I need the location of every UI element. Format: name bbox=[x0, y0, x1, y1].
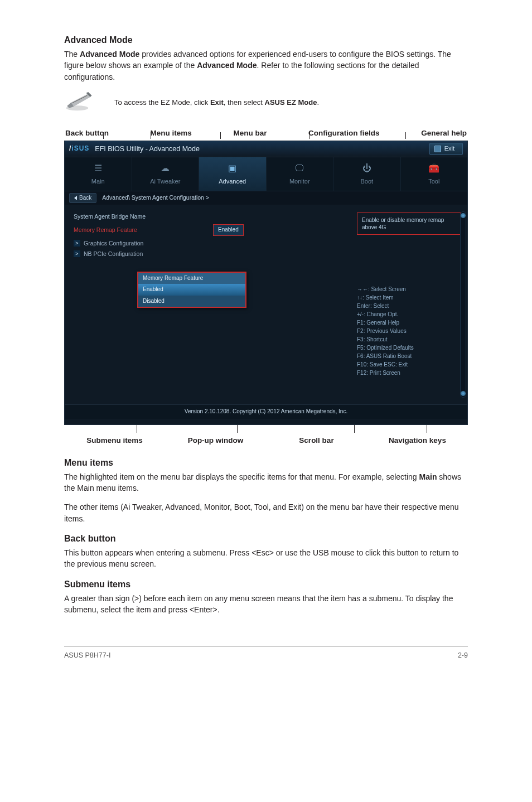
cloud-icon: ☁ bbox=[161, 162, 170, 175]
navigation-keys: →←: Select Screen ↑↓: Select Item Enter:… bbox=[357, 285, 461, 377]
bios-tabs: ☰Main ☁Ai Tweaker ▣Advanced 🖵Monitor ⏻Bo… bbox=[65, 157, 467, 191]
tab-tool[interactable]: 🧰Tool bbox=[401, 157, 468, 191]
popup-window: Memory Remap Feature Enabled Disabled bbox=[137, 272, 246, 308]
label-popup-window: Pop-up window bbox=[165, 435, 266, 446]
label-back-button: Back button bbox=[65, 128, 109, 139]
tab-ai-tweaker[interactable]: ☁Ai Tweaker bbox=[132, 157, 200, 191]
bottom-labels: Submenu items Pop-up window Scroll bar N… bbox=[64, 435, 468, 446]
note-text: To access the EZ Mode, click Exit, then … bbox=[114, 98, 319, 108]
page-footer: ASUS P8H77-I 2-9 bbox=[64, 646, 468, 660]
breadcrumb: Advanced\ System Agent Configuration > bbox=[102, 194, 209, 202]
popup-option-enabled[interactable]: Enabled bbox=[138, 284, 245, 296]
submenu-items-heading: Submenu items bbox=[64, 578, 468, 591]
note-row: To access the EZ Mode, click Exit, then … bbox=[64, 90, 468, 115]
footer-left: ASUS P8H77-I bbox=[64, 650, 110, 660]
tab-main[interactable]: ☰Main bbox=[65, 157, 132, 191]
back-button-heading: Back button bbox=[64, 532, 468, 545]
bios-screenshot: /iSUS EFI BIOS Utility - Advanced Mode E… bbox=[64, 141, 468, 425]
tab-boot[interactable]: ⏻Boot bbox=[333, 157, 401, 191]
cfg-bridge-name: System Agent Bridge Name bbox=[74, 212, 213, 221]
submenu-items-p: A greater than sign (>) before each item… bbox=[64, 593, 468, 616]
back-button-p: This button appears when entering a subm… bbox=[64, 547, 468, 570]
power-icon: ⏻ bbox=[362, 162, 371, 175]
bios-title: EFI BIOS Utility - Advanced Mode bbox=[95, 144, 200, 154]
label-general-help: General help bbox=[421, 128, 467, 139]
cfg-memory-remap[interactable]: Memory Remap Feature bbox=[74, 226, 213, 234]
popup-option-disabled[interactable]: Disabled bbox=[138, 296, 245, 307]
footer-right: 2-9 bbox=[458, 650, 468, 660]
label-menu-bar: Menu bar bbox=[233, 128, 267, 139]
version-bar: Version 2.10.1208. Copyright (C) 2012 Am… bbox=[65, 404, 467, 419]
tab-monitor[interactable]: 🖵Monitor bbox=[267, 157, 334, 191]
label-submenu-items: Submenu items bbox=[64, 435, 165, 446]
tool-icon: 🧰 bbox=[428, 162, 439, 175]
chip-icon: ▣ bbox=[228, 162, 236, 175]
exit-button[interactable]: Exit bbox=[429, 143, 463, 155]
list-icon: ☰ bbox=[94, 162, 102, 175]
chevron-right-icon: > bbox=[74, 250, 80, 257]
menu-items-heading: Menu items bbox=[64, 456, 468, 469]
popup-title: Memory Remap Feature bbox=[138, 273, 245, 284]
scroll-down-icon[interactable] bbox=[461, 391, 466, 396]
scroll-bar[interactable] bbox=[460, 211, 466, 398]
general-help-box: Enable or disable memory remap above 4G bbox=[357, 212, 461, 235]
chevron-right-icon: > bbox=[74, 240, 80, 247]
submenu-nb-pcie[interactable]: > NB PCIe Configuration bbox=[74, 250, 341, 258]
pencil-icon bbox=[64, 90, 94, 115]
back-button[interactable]: Back bbox=[69, 193, 96, 204]
submenu-graphics[interactable]: > Graphics Configuration bbox=[74, 239, 341, 248]
asus-logo: /iSUS bbox=[69, 144, 89, 153]
scroll-up-icon[interactable] bbox=[461, 213, 466, 218]
cfg-memory-remap-value[interactable]: Enabled bbox=[213, 224, 244, 236]
top-labels: Back button Menu items Menu bar Configur… bbox=[64, 128, 468, 139]
menu-items-p1: The highlighted item on the menu bar dis… bbox=[64, 471, 468, 494]
monitor-icon: 🖵 bbox=[295, 162, 304, 175]
advanced-mode-heading: Advanced Mode bbox=[64, 33, 468, 46]
label-menu-items: Menu items bbox=[151, 128, 192, 139]
label-scroll-bar: Scroll bar bbox=[266, 435, 367, 446]
label-config-fields: Configuration fields bbox=[308, 128, 380, 139]
advanced-mode-paragraph: The Advanced Mode provides advanced opti… bbox=[64, 49, 468, 83]
menu-items-p2: The other items (Ai Tweaker, Advanced, M… bbox=[64, 501, 468, 524]
label-navigation-keys: Navigation keys bbox=[367, 435, 468, 446]
tab-advanced[interactable]: ▣Advanced bbox=[199, 157, 267, 191]
